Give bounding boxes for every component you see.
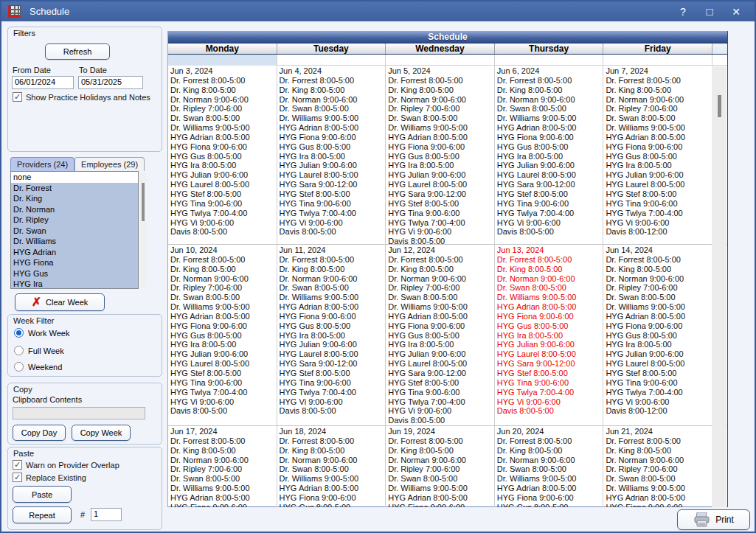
- schedule-day-cell[interactable]: Jun 20, 2024Dr. Forrest 8:00-5:00Dr. Kin…: [495, 426, 604, 507]
- provider-list-scrollbar[interactable]: [140, 173, 146, 288]
- schedule-window: Schedule ? □ ✕ Filters Refresh From Date…: [0, 0, 756, 533]
- repeat-button[interactable]: Repeat: [13, 506, 72, 523]
- clear-week-button[interactable]: ✗ Clear Week: [15, 293, 105, 311]
- schedule-day-cell[interactable]: Jun 10, 2024Dr. Forrest 8:00-5:00Dr. Kin…: [168, 245, 277, 425]
- spacer-cell[interactable]: [277, 55, 386, 66]
- schedule-entry: Dr. King 8:00-5:00: [495, 265, 603, 274]
- schedule-day-cell[interactable]: Jun 3, 2024Dr. Forrest 8:00-5:00Dr. King…: [168, 66, 277, 244]
- schedule-entry: Dr. King 8:00-5:00: [386, 446, 494, 456]
- provider-list-item[interactable]: Dr. King: [11, 193, 138, 204]
- schedule-entry: HYG Stef 8:00-5:00: [168, 369, 277, 378]
- schedule-entry: Dr. Ripley 7:00-6:00: [603, 283, 712, 293]
- day-header: Wednesday: [386, 43, 495, 54]
- maximize-button[interactable]: □: [701, 5, 718, 18]
- schedule-entry: Davis 8:00-5:00: [168, 227, 277, 237]
- to-date-field[interactable]: 05/31/2025: [78, 76, 143, 89]
- from-date-field[interactable]: 06/01/2024: [12, 76, 74, 89]
- schedule-day-cell[interactable]: Jun 5, 2024Dr. Forrest 8:00-5:00Dr. King…: [386, 66, 495, 244]
- schedule-entry: HYG Julian 9:00-6:00: [603, 170, 712, 180]
- schedule-entry: HYG Gus 8:00-5:00: [495, 321, 603, 331]
- schedule-entry: HYG Fiona 9:00-6:00: [603, 321, 712, 331]
- schedule-entry: HYG Ira 8:00-5:00: [495, 152, 603, 161]
- schedule-entry: HYG Fiona 9:00-6:00: [168, 503, 277, 507]
- paste-button[interactable]: Paste: [13, 486, 72, 503]
- filters-group-label: Filters: [13, 29, 35, 38]
- schedule-entry: HYG Laurel 8:00-5:00: [603, 359, 712, 369]
- replace-existing-label: Replace Existing: [26, 473, 86, 482]
- schedule-entry: HYG Ira 8:00-5:00: [603, 161, 712, 170]
- schedule-entry: Dr. Norman 9:00-6:00: [603, 95, 712, 105]
- schedule-day-cell[interactable]: Jun 6, 2024Dr. Forrest 8:00-5:00Dr. King…: [495, 66, 604, 244]
- provider-list-item[interactable]: HYG Ira: [11, 279, 138, 289]
- provider-list-item[interactable]: Dr. Ripley: [11, 215, 138, 226]
- schedule-entry: Dr. Swan 8:00-5:00: [168, 114, 277, 123]
- copy-week-button[interactable]: Copy Week: [72, 425, 131, 441]
- schedule-entry: Dr. Swan 8:00-5:00: [277, 464, 386, 474]
- schedule-day-cell[interactable]: Jun 19, 2024Dr. Forrest 8:00-5:00Dr. Kin…: [386, 426, 495, 507]
- radio-work-week[interactable]: Work Week: [14, 328, 69, 338]
- provider-list-item[interactable]: HYG Fiona: [11, 257, 138, 268]
- schedule-entry: HYG Vi 9:00-6:00: [168, 397, 277, 407]
- print-button[interactable]: Print: [677, 509, 750, 530]
- schedule-day-cell[interactable]: Jun 18, 2024Dr. Forrest 8:00-5:00Dr. Kin…: [277, 426, 386, 507]
- copy-day-button[interactable]: Copy Day: [13, 425, 66, 441]
- cell-date: Jun 13, 2024: [495, 245, 603, 255]
- schedule-entry: HYG Fiona 9:00-6:00: [495, 133, 603, 142]
- replace-existing-checkbox[interactable]: ✓ Replace Existing: [13, 473, 86, 482]
- schedule-entry: HYG Sara 9:00-12:00: [386, 189, 494, 199]
- schedule-entry: Dr. King 8:00-5:00: [386, 265, 494, 274]
- schedule-entry: HYG Fiona 9:00-6:00: [168, 321, 277, 331]
- provider-list-item[interactable]: none: [11, 172, 138, 183]
- weekend-label: Weekend: [28, 363, 62, 372]
- schedule-day-cell[interactable]: Jun 7, 2024Dr. Forrest 8:00-5:00Dr. King…: [603, 66, 712, 244]
- spacer-cell[interactable]: [168, 55, 277, 66]
- day-header: Tuesday: [277, 43, 386, 54]
- radio-weekend[interactable]: Weekend: [14, 362, 62, 372]
- schedule-day-cell[interactable]: Jun 11, 2024Dr. Forrest 8:00-5:00Dr. Kin…: [277, 245, 386, 425]
- schedule-day-cell[interactable]: Jun 13, 2024Dr. Forrest 8:00-5:00Dr. Kin…: [495, 245, 604, 425]
- week-row: Jun 3, 2024Dr. Forrest 8:00-5:00Dr. King…: [168, 66, 727, 245]
- provider-list-item[interactable]: HYG Gus: [11, 268, 138, 279]
- spacer-cell[interactable]: [495, 55, 604, 66]
- help-button[interactable]: ?: [675, 6, 691, 18]
- spacer-cell[interactable]: [386, 55, 495, 66]
- provider-list-item[interactable]: Dr. Williams: [11, 236, 138, 247]
- schedule-entry: HYG Twlya 7:00-4:00: [603, 388, 712, 397]
- repeat-count-field[interactable]: 1: [91, 508, 122, 521]
- grid-vertical-scrollbar[interactable]: [712, 66, 726, 507]
- provider-list-scroll-thumb[interactable]: [142, 183, 145, 221]
- close-button[interactable]: ✕: [728, 6, 744, 18]
- radio-full-week[interactable]: Full Week: [14, 346, 64, 355]
- refresh-button[interactable]: Refresh: [45, 43, 110, 60]
- schedule-entry: HYG Gus 8:00-5:00: [277, 503, 386, 507]
- show-holidays-checkbox[interactable]: ✓ Show Practice Holidays and Notes: [13, 92, 150, 102]
- provider-list-item[interactable]: Dr. Swan: [11, 226, 138, 237]
- provider-list-item[interactable]: Dr. Norman: [11, 204, 138, 215]
- warn-overlap-checkbox[interactable]: ✓ Warn on Provider Overlap: [13, 460, 119, 470]
- schedule-day-cell[interactable]: Jun 12, 2024Dr. Forrest 8:00-5:00Dr. Kin…: [386, 245, 495, 425]
- schedule-entry: Dr. Forrest 8:00-5:00: [168, 76, 277, 86]
- checkbox-check-icon: ✓: [13, 460, 22, 470]
- schedule-day-cell[interactable]: Jun 17, 2024Dr. Forrest 8:00-5:00Dr. Kin…: [168, 426, 277, 507]
- grid-scroll-thumb[interactable]: [718, 95, 721, 117]
- schedule-entry: Dr. Forrest 8:00-5:00: [495, 76, 603, 86]
- schedule-day-cell[interactable]: Jun 4, 2024Dr. Forrest 8:00-5:00Dr. King…: [277, 66, 386, 244]
- provider-list-item[interactable]: Dr. Forrest: [11, 183, 138, 194]
- printer-icon: [693, 512, 711, 527]
- spacer-cell[interactable]: [603, 55, 712, 66]
- schedule-entry: HYG Ira 8:00-5:00: [386, 161, 494, 170]
- schedule-entry: HYG Adrian 8:00-5:00: [386, 312, 494, 321]
- schedule-entry: HYG Gus 8:00-5:00: [168, 152, 277, 161]
- schedule-entry: HYG Fiona 9:00-6:00: [277, 312, 386, 321]
- tab-providers[interactable]: Providers (24): [10, 157, 74, 171]
- tab-employees[interactable]: Employees (29): [74, 157, 145, 171]
- cell-date: Jun 5, 2024: [386, 66, 494, 76]
- schedule-day-cell[interactable]: Jun 21, 2024Dr. Forrest 8:00-5:00Dr. Kin…: [603, 426, 712, 507]
- schedule-entry: HYG Ira 8:00-5:00: [168, 340, 277, 349]
- schedule-entry: Dr. Norman 9:00-6:00: [168, 274, 277, 284]
- schedule-entry: HYG Twlya 7:00-4:00: [495, 209, 603, 218]
- schedule-entry: HYG Laurel 8:00-5:00: [168, 359, 277, 369]
- schedule-day-cell[interactable]: Jun 14, 2024Dr. Forrest 8:00-5:00Dr. Kin…: [603, 245, 712, 425]
- schedule-entry: HYG Stef 8:00-5:00: [277, 369, 386, 378]
- provider-list-item[interactable]: HYG Adrian: [11, 247, 138, 258]
